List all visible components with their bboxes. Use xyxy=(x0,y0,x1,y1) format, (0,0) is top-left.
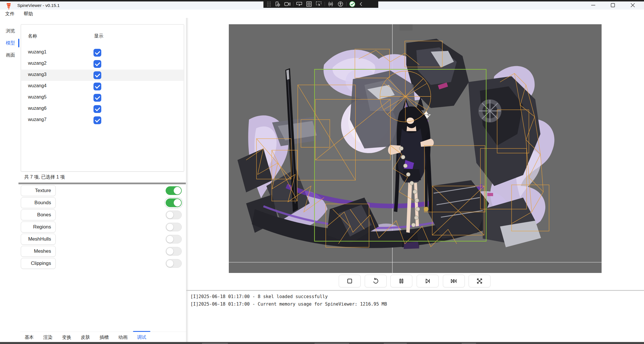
visible-checkbox[interactable] xyxy=(93,83,101,90)
region-select-icon[interactable] xyxy=(304,0,314,8)
nav-browse[interactable]: 浏览 xyxy=(3,27,18,35)
list-header: 名称 显示 xyxy=(21,33,184,42)
toggle-regions[interactable] xyxy=(166,223,182,231)
confirm-check-icon[interactable] xyxy=(347,0,357,8)
window-select-icon[interactable] xyxy=(294,0,304,8)
nav-model[interactable]: 模型 xyxy=(3,39,18,47)
record-target-icon[interactable] xyxy=(273,0,282,8)
list-row-wuzang6[interactable]: wuzang6 xyxy=(21,103,184,115)
maximize-button[interactable] xyxy=(606,1,620,9)
toggle-bones[interactable] xyxy=(166,211,182,219)
selection-summary: 共 7 项, 已选择 1 项 xyxy=(21,172,184,182)
tab-animation[interactable]: 动画 xyxy=(116,333,130,341)
active-tab-indicator xyxy=(133,331,150,332)
toggle-knob xyxy=(166,248,174,255)
model-name: wuzang5 xyxy=(28,94,46,100)
list-row-wuzang1[interactable]: wuzang1 xyxy=(21,47,184,58)
grip-icon[interactable] xyxy=(265,0,273,8)
spine-logo-icon xyxy=(6,3,11,9)
toggle-knob xyxy=(166,211,174,219)
model-name: wuzang3 xyxy=(28,72,46,77)
debug-label-bones[interactable]: Bones xyxy=(21,209,56,220)
log-line: [I]2025-06-18 01:17:00 - 8 skel loaded s… xyxy=(190,293,641,300)
debug-label-texture[interactable]: Texture xyxy=(21,185,56,196)
tab-basic[interactable]: 基本 xyxy=(23,333,36,341)
tab-slot[interactable]: 插槽 xyxy=(98,333,111,341)
list-row-wuzang4[interactable]: wuzang4 xyxy=(21,81,184,92)
tab-skin[interactable]: 皮肤 xyxy=(79,333,92,341)
toggle-knob xyxy=(166,235,174,243)
visible-checkbox[interactable] xyxy=(93,49,101,57)
spine-render[interactable] xyxy=(229,24,602,273)
column-visible: 显示 xyxy=(94,33,103,39)
toggle-texture[interactable] xyxy=(166,186,182,195)
toggle-knob xyxy=(166,223,174,231)
close-button[interactable] xyxy=(626,1,640,9)
column-name: 名称 xyxy=(28,33,37,39)
visible-checkbox[interactable] xyxy=(93,116,101,124)
visible-checkbox[interactable] xyxy=(93,94,101,102)
log-output: [I]2025-06-18 01:17:00 - 8 skel loaded s… xyxy=(190,293,641,308)
debug-label-bounds[interactable]: Bounds xyxy=(21,197,56,208)
camera-icon[interactable] xyxy=(282,0,292,8)
menu-bar: 文件帮助 xyxy=(0,10,644,18)
debug-label-clippings[interactable]: Clippings xyxy=(21,258,56,269)
free-select-icon[interactable] xyxy=(314,0,324,8)
model-name: wuzang6 xyxy=(28,106,46,111)
visible-checkbox[interactable] xyxy=(93,60,101,68)
accessibility-icon[interactable] xyxy=(336,0,345,8)
fullscreen-button[interactable] xyxy=(469,275,491,287)
tab-render[interactable]: 渲染 xyxy=(41,333,55,341)
debug-label-meshhulls[interactable]: MeshHulls xyxy=(21,234,56,245)
skip-forward-button[interactable] xyxy=(443,275,465,287)
taskbar-edge xyxy=(0,342,644,344)
nav-screen[interactable]: 画面 xyxy=(3,51,18,59)
log-divider xyxy=(186,290,644,291)
model-name: wuzang4 xyxy=(28,83,46,88)
pane-divider[interactable] xyxy=(186,18,188,342)
minimize-button[interactable] xyxy=(586,1,600,9)
toggle-clippings[interactable] xyxy=(166,259,182,268)
pause-button[interactable] xyxy=(390,275,412,287)
property-tab-bar: 基本渲染变换皮肤插槽动画调试 xyxy=(20,332,186,342)
window-title: SpineViewer - v0.15.1 xyxy=(17,2,59,9)
toggle-knob xyxy=(174,199,181,207)
chevron-left-icon[interactable] xyxy=(357,0,365,8)
model-name: wuzang1 xyxy=(28,49,46,55)
panel-splitter[interactable] xyxy=(18,183,186,184)
list-row-wuzang5[interactable]: wuzang5 xyxy=(21,92,184,103)
magenta-accent-small xyxy=(487,193,493,196)
model-name: wuzang7 xyxy=(28,117,46,122)
active-nav-indicator xyxy=(18,39,19,47)
list-row-wuzang2[interactable]: wuzang2 xyxy=(21,58,184,70)
list-row-wuzang3[interactable]: wuzang3 xyxy=(21,70,184,81)
tab-debug[interactable]: 调试 xyxy=(135,333,148,341)
visible-checkbox[interactable] xyxy=(93,71,101,79)
list-row-wuzang7[interactable]: wuzang7 xyxy=(21,115,184,126)
step-forward-button[interactable] xyxy=(417,275,439,287)
menu-file[interactable]: 文件 xyxy=(4,10,16,18)
toggle-bounds[interactable] xyxy=(166,198,182,207)
toggle-meshes[interactable] xyxy=(166,247,182,256)
braces-check-icon[interactable] xyxy=(326,0,336,8)
model-list-panel: 名称 显示 wuzang1wuzang2wuzang3wuzang4wuzang… xyxy=(21,24,184,172)
reset-button[interactable] xyxy=(365,275,387,287)
toggle-knob xyxy=(166,260,174,267)
toggle-meshhulls[interactable] xyxy=(166,235,182,243)
debug-label-meshes[interactable]: Meshes xyxy=(21,246,56,257)
stop-button[interactable] xyxy=(339,275,361,287)
model-name: wuzang2 xyxy=(28,61,46,66)
tab-transform[interactable]: 变换 xyxy=(60,333,73,341)
debug-label-regions[interactable]: Regions xyxy=(21,222,56,233)
toggle-knob xyxy=(174,187,181,194)
log-line: [I]2025-06-18 01:17:00 - Current memory … xyxy=(190,300,641,308)
capture-toolbar xyxy=(263,0,378,8)
spine-render-viewport[interactable] xyxy=(229,24,602,273)
menu-help[interactable]: 帮助 xyxy=(23,10,34,18)
visible-checkbox[interactable] xyxy=(93,105,101,113)
